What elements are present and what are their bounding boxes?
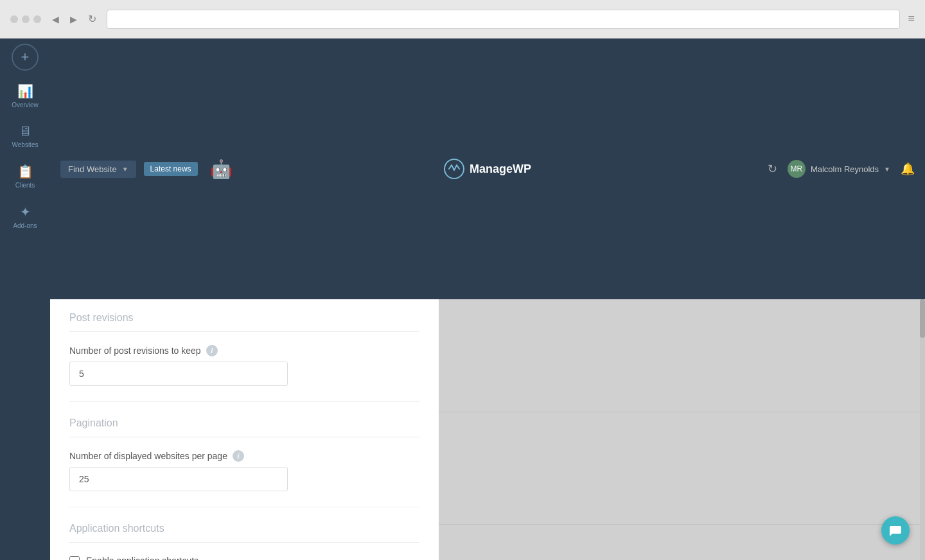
gray-dividers [439,299,925,560]
address-bar[interactable] [107,10,900,29]
user-name-label: Malcolm Reynolds [811,164,879,174]
overview-label: Overview [12,101,39,109]
clients-icon: 📋 [17,164,33,179]
browser-chrome: ◀ ▶ ↻ ≡ [0,0,925,39]
topbar-logo: ManageWP [444,159,531,179]
mascot-icon: 🤖 [206,155,238,183]
managewp-logo-icon [444,159,464,179]
browser-dot-1 [10,15,18,23]
browser-nav: ◀ ▶ ↻ [49,12,99,26]
post-revisions-title: Post revisions [69,312,419,332]
sidebar-item-overview[interactable]: 📊 Overview [0,76,50,116]
latest-news-badge[interactable]: Latest news [144,162,198,176]
browser-menu-icon[interactable]: ≡ [908,12,915,26]
browser-dot-3 [33,15,41,23]
sidebar-item-clients[interactable]: 📋 Clients [0,156,50,197]
sidebar-item-addons[interactable]: ✦ Add-ons [0,197,50,237]
browser-dots [10,15,41,23]
find-website-dropdown[interactable]: Find Website ▼ [60,161,136,178]
post-revisions-section: Post revisions Number of post revisions … [69,312,419,386]
content-area: Post revisions Number of post revisions … [50,299,925,560]
app-shortcuts-title: Application shortcuts [69,523,419,543]
pagination-title: Pagination [69,417,419,437]
overview-icon: 📊 [17,83,33,99]
pagination-section: Pagination Number of displayed websites … [69,417,419,491]
websites-label: Websites [12,141,39,148]
sidebar: + 📊 Overview 🖥 Websites 📋 Clients ✦ Add-… [0,39,50,560]
latest-news-label: Latest news [150,164,191,173]
browser-dot-2 [22,15,30,23]
clients-label: Clients [15,182,35,189]
add-website-button[interactable]: + [12,44,39,71]
post-revisions-info-icon[interactable]: i [206,345,218,356]
find-website-label: Find Website [68,164,117,174]
back-button[interactable]: ◀ [49,13,62,26]
divider-1 [439,412,925,412]
chat-widget-button[interactable] [881,516,910,545]
pagination-field-label: Number of displayed websites per page i [69,450,419,462]
gray-area [439,299,925,560]
enable-shortcuts-label: Enable application shortcuts [86,556,198,560]
app-shortcuts-section: Application shortcuts Enable application… [69,523,419,560]
topbar-logo-text: ManageWP [470,162,531,176]
divider-2 [439,524,925,525]
pagination-info-icon[interactable]: i [233,450,244,462]
topbar-right: ↻ MR Malcolm Reynolds ▼ 🔔 [768,160,915,178]
websites-icon: 🖥 [19,124,31,139]
scrollbar-track[interactable] [920,299,925,560]
user-chevron-icon: ▼ [884,166,890,173]
app-layout: + 📊 Overview 🖥 Websites 📋 Clients ✦ Add-… [0,39,925,560]
enable-shortcuts-row: Enable application shortcuts [69,556,419,560]
enable-shortcuts-checkbox[interactable] [69,556,80,560]
forward-button[interactable]: ▶ [67,13,80,26]
topbar-user-menu[interactable]: MR Malcolm Reynolds ▼ [788,160,890,178]
scrollbar-thumb[interactable] [920,299,925,338]
sidebar-item-websites[interactable]: 🖥 Websites [0,116,50,156]
addons-label: Add-ons [13,222,37,229]
topbar: Find Website ▼ Latest news 🤖 ManageWP ↻ … [50,39,925,299]
browser-refresh-button[interactable]: ↻ [85,12,99,26]
pagination-input[interactable] [69,467,288,491]
settings-panel: Post revisions Number of post revisions … [50,299,439,560]
avatar: MR [788,160,806,178]
notification-bell-icon[interactable]: 🔔 [901,162,915,176]
topbar-refresh-button[interactable]: ↻ [768,162,777,176]
chevron-down-icon: ▼ [122,166,128,173]
addons-icon: ✦ [20,204,31,220]
post-revisions-field-label: Number of post revisions to keep i [69,345,419,356]
post-revisions-input[interactable] [69,362,288,386]
chat-icon [888,523,903,538]
main-content: Find Website ▼ Latest news 🤖 ManageWP ↻ … [50,39,925,560]
